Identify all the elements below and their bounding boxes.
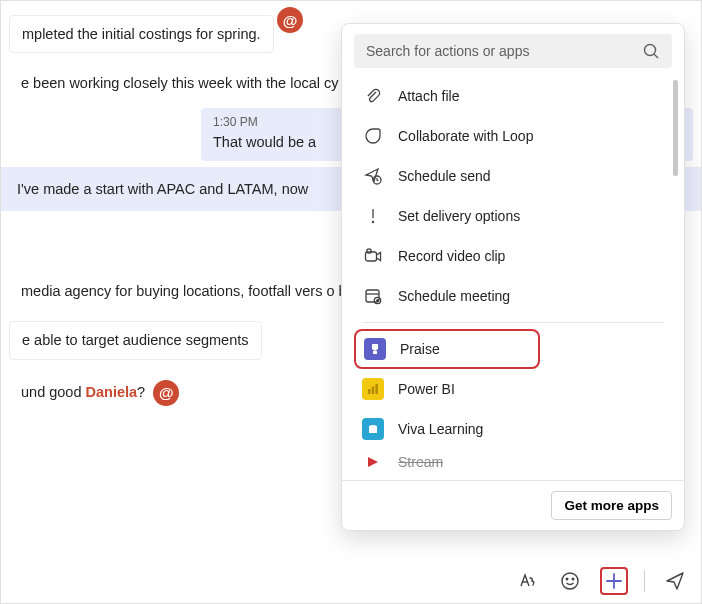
- app-power-bi[interactable]: Power BI: [354, 369, 680, 409]
- app-label: Power BI: [398, 381, 455, 397]
- app-label: Stream: [398, 454, 443, 470]
- action-label: Set delivery options: [398, 208, 520, 224]
- send-icon[interactable]: [661, 567, 689, 595]
- viva-app-icon: [362, 418, 384, 440]
- actions-apps-panel: Attach file Collaborate with Loop Schedu…: [341, 23, 685, 531]
- svg-rect-12: [372, 387, 375, 395]
- scrollbar[interactable]: [673, 80, 678, 176]
- mention[interactable]: Daniela: [86, 383, 138, 399]
- compose-toolbar: [512, 567, 689, 595]
- action-collaborate-loop[interactable]: Collaborate with Loop: [354, 116, 680, 156]
- mention-badge-icon: @: [277, 7, 303, 33]
- svg-point-0: [562, 573, 578, 589]
- action-label: Attach file: [398, 88, 459, 104]
- actions-apps-button[interactable]: [600, 567, 628, 595]
- action-delivery-options[interactable]: Set delivery options: [354, 196, 680, 236]
- svg-point-1: [566, 578, 568, 580]
- panel-list: Attach file Collaborate with Loop Schedu…: [342, 76, 684, 480]
- svg-point-2: [572, 578, 574, 580]
- action-label: Collaborate with Loop: [398, 128, 533, 144]
- emoji-icon[interactable]: [556, 567, 584, 595]
- app-label: Viva Learning: [398, 421, 483, 437]
- power-bi-app-icon: [362, 378, 384, 400]
- action-label: Schedule meeting: [398, 288, 510, 304]
- svg-point-3: [645, 45, 656, 56]
- loop-icon: [362, 125, 384, 147]
- search-input[interactable]: [366, 43, 642, 59]
- svg-rect-10: [373, 351, 377, 354]
- action-attach-file[interactable]: Attach file: [354, 76, 680, 116]
- stream-app-icon: [362, 451, 384, 473]
- app-label: Praise: [400, 341, 440, 357]
- video-clip-icon: [362, 245, 384, 267]
- action-label: Schedule send: [398, 168, 491, 184]
- app-praise[interactable]: Praise: [354, 329, 540, 369]
- search-icon: [642, 42, 660, 60]
- svg-rect-11: [368, 389, 371, 394]
- schedule-send-icon: [362, 165, 384, 187]
- action-label: Record video clip: [398, 248, 505, 264]
- paperclip-icon: [362, 85, 384, 107]
- action-schedule-meeting[interactable]: Schedule meeting: [354, 276, 680, 316]
- divider: [362, 322, 664, 323]
- action-schedule-send[interactable]: Schedule send: [354, 156, 680, 196]
- chat-message: mpleted the initial costings for spring.: [9, 15, 274, 53]
- svg-point-5: [372, 221, 374, 223]
- app-stream[interactable]: Stream: [354, 449, 680, 475]
- app-viva-learning[interactable]: Viva Learning: [354, 409, 680, 449]
- format-icon[interactable]: [512, 567, 540, 595]
- mention-badge-icon: @: [153, 380, 179, 406]
- chat-message: e able to target audience segments: [9, 321, 262, 359]
- svg-rect-6: [366, 252, 377, 261]
- divider: [644, 570, 645, 592]
- action-record-video[interactable]: Record video clip: [354, 236, 680, 276]
- panel-footer: Get more apps: [342, 480, 684, 530]
- praise-app-icon: [364, 338, 386, 360]
- calendar-add-icon: [362, 285, 384, 307]
- importance-icon: [362, 205, 384, 227]
- get-more-apps-button[interactable]: Get more apps: [551, 491, 672, 520]
- svg-rect-13: [375, 384, 378, 394]
- panel-search[interactable]: [354, 34, 672, 68]
